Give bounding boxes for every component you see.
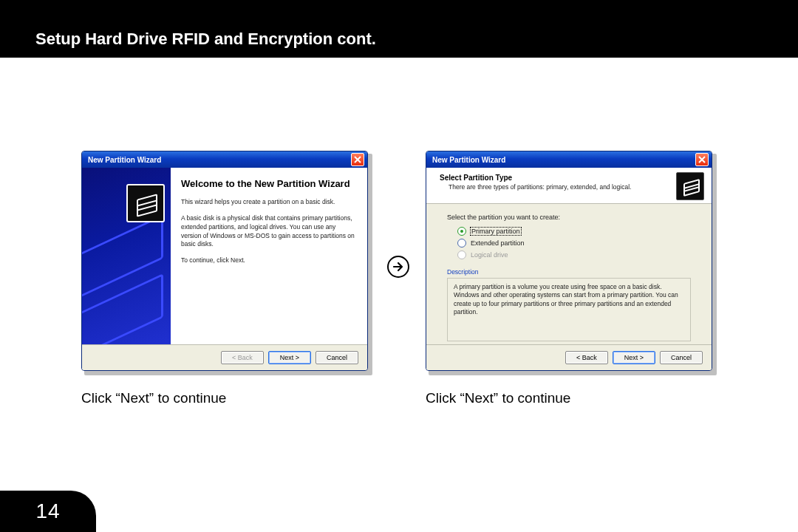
titlebar[interactable]: New Partition Wizard: [82, 151, 367, 168]
wizard-heading: Welcome to the New Partition Wizard: [181, 178, 357, 191]
description-text: A primary partition is a volume you crea…: [447, 278, 691, 341]
window-title: New Partition Wizard: [88, 156, 161, 164]
radio-icon: [457, 239, 466, 248]
back-button[interactable]: < Back: [565, 351, 608, 364]
wizard-step-header: Select Partition Type There are three ty…: [426, 168, 712, 204]
prompt-text: Select the partition you want to create:: [447, 214, 691, 221]
page-title: Setup Hard Drive RFID and Encryption con…: [0, 0, 798, 49]
radio-primary-partition[interactable]: Primary partition: [447, 225, 691, 237]
wizard-partition-type-window: New Partition Wizard Select Partition Ty…: [426, 151, 712, 371]
wizard-body: Select Partition Type There are three ty…: [426, 168, 712, 345]
radio-label: Primary partition: [471, 228, 521, 235]
disk-icon: [676, 172, 704, 200]
window-title: New Partition Wizard: [432, 156, 505, 164]
wizard-side-art: [82, 168, 171, 345]
description-label: Description: [447, 268, 691, 276]
wizard-step-content: Select the partition you want to create:…: [426, 203, 712, 345]
radio-icon: [457, 227, 466, 236]
wizard-footer: < Back Next > Cancel: [426, 344, 712, 370]
radio-extended-partition[interactable]: Extended partition: [447, 237, 691, 249]
radio-logical-drive: Logical drive: [447, 249, 691, 261]
titlebar[interactable]: New Partition Wizard: [426, 151, 712, 168]
next-button[interactable]: Next >: [613, 351, 655, 364]
radio-label: Extended partition: [471, 239, 525, 247]
cancel-button[interactable]: Cancel: [660, 351, 703, 364]
disk-icon: [126, 184, 165, 222]
arrow-right-icon: [387, 256, 409, 278]
wizard-body: Welcome to the New Partition Wizard This…: [82, 168, 367, 345]
page-number: 14: [35, 499, 60, 523]
page-header-bar: Setup Hard Drive RFID and Encryption con…: [0, 0, 798, 58]
wizard-paragraph: To continue, click Next.: [181, 256, 357, 265]
radio-icon: [457, 250, 466, 259]
radio-label: Logical drive: [471, 251, 508, 259]
wizard-paragraph: A basic disk is a physical disk that con…: [181, 214, 357, 250]
wizard-paragraph: This wizard helps you create a partition…: [181, 198, 357, 207]
description-area: Description A primary partition is a vol…: [447, 268, 691, 341]
page-number-badge: 14: [0, 491, 96, 532]
wizard-step-subtitle: There are three types of partitions: pri…: [426, 182, 712, 191]
wizard-footer: < Back Next > Cancel: [82, 344, 367, 370]
wizard-step-title: Select Partition Type: [426, 168, 712, 182]
wizard-welcome-window: New Partition Wizard Welcome to the New …: [81, 151, 368, 371]
caption-right: Click “Next” to continue: [426, 390, 570, 406]
wizard-main-panel: Welcome to the New Partition Wizard This…: [171, 168, 367, 345]
close-icon[interactable]: [351, 153, 364, 166]
cancel-button[interactable]: Cancel: [316, 351, 358, 364]
caption-left: Click “Next” to continue: [81, 390, 226, 406]
next-button[interactable]: Next >: [268, 351, 311, 364]
page-content: New Partition Wizard Welcome to the New …: [0, 58, 798, 532]
back-button: < Back: [221, 351, 264, 364]
close-icon[interactable]: [695, 153, 709, 166]
